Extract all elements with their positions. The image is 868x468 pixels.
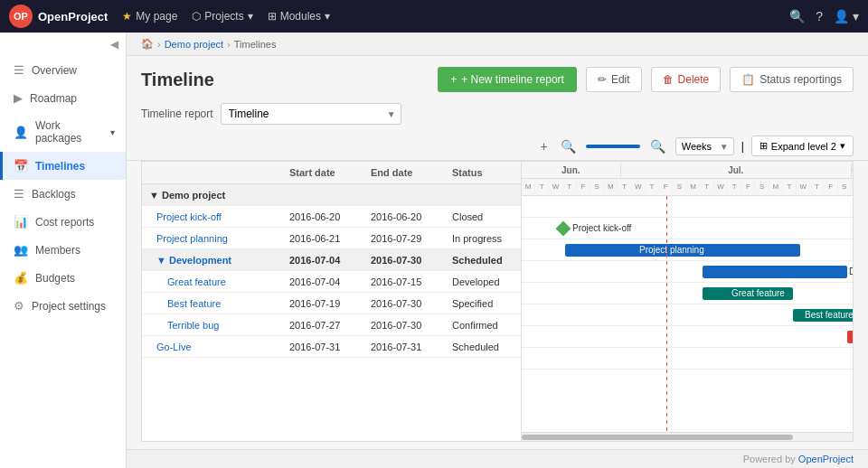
sidebar-item-cost-reports[interactable]: 📊 Cost reports: [0, 208, 126, 236]
row-name-terrible-bug[interactable]: Terrible bug: [142, 318, 286, 332]
edit-label: Edit: [611, 73, 630, 86]
bar-label-planning: Project planning: [639, 245, 704, 255]
sidebar-item-project-settings[interactable]: ⚙ Project settings: [0, 292, 126, 320]
delete-button[interactable]: 🗑 Delete: [651, 67, 722, 92]
app-footer: Powered by OpenProject: [127, 449, 868, 468]
sidebar-item-backlogs[interactable]: ☰ Backlogs: [0, 180, 126, 208]
footer-link[interactable]: OpenProject: [798, 454, 854, 464]
projects-chevron-icon: ▾: [248, 10, 253, 23]
breadcrumb: 🏠 › Demo project › Timelines: [127, 33, 868, 56]
month-jun: Jun.: [522, 164, 621, 177]
row-name-great-feature[interactable]: Great feature: [142, 275, 286, 289]
modules-icon: ⊞: [268, 10, 277, 23]
sidebar-collapse-button[interactable]: ◀: [0, 33, 126, 56]
user-icon[interactable]: 👤 ▾: [834, 9, 859, 23]
row-name-best-feature[interactable]: Best feature: [142, 296, 286, 311]
nav-modules-label: Modules: [280, 10, 321, 23]
row-start-great-feature: 2016-07-04: [286, 275, 367, 289]
work-packages-chevron-icon: ▾: [110, 127, 115, 137]
logo[interactable]: OP OpenProject: [9, 5, 108, 28]
zoom-out-icon[interactable]: 🔍: [558, 136, 579, 156]
sidebar-item-overview[interactable]: ☰ Overview: [0, 56, 126, 84]
row-end-demo-project: [367, 193, 448, 197]
sidebar-item-work-packages[interactable]: 👤 Work packages ▾: [0, 112, 126, 152]
top-navigation: OP OpenProject ★ My page ⬡ Projects ▾ ⊞ …: [0, 0, 868, 33]
zoom-slider[interactable]: [586, 145, 640, 148]
sidebar-item-roadmap[interactable]: ▶ Roadmap: [0, 84, 126, 112]
nav-projects[interactable]: ⬡ Projects ▾: [192, 10, 252, 23]
work-packages-icon: 👤: [14, 126, 28, 139]
week-cell: S: [838, 181, 852, 192]
nav-my-page-label: My page: [136, 10, 177, 23]
row-name-demo-project[interactable]: ▼ Demo project: [142, 188, 286, 202]
breadcrumb-sep-1: ›: [157, 39, 161, 50]
sidebar-item-budgets-label: Budgets: [35, 272, 75, 285]
row-end-terrible-bug: 2016-07-30: [367, 318, 448, 332]
backlogs-icon: ☰: [14, 187, 24, 201]
week-cell: W: [797, 181, 810, 192]
sidebar-item-timelines-label: Timelines: [35, 160, 85, 173]
cost-reports-icon: 📊: [14, 215, 28, 229]
timeline-report-label: Timeline report: [141, 108, 213, 120]
timeline-report-select[interactable]: Timeline: [221, 103, 401, 125]
sidebar-item-budgets[interactable]: 💰 Budgets: [0, 264, 126, 292]
nav-my-page[interactable]: ★ My page: [122, 10, 177, 23]
breadcrumb-sep-2: ›: [227, 39, 231, 50]
gantt-chart-rows: Project kick-off Project planning Develo…: [522, 196, 853, 432]
trash-icon: 🗑: [663, 73, 674, 86]
gantt-wrapper: Start date End date Status ▼ Demo projec…: [141, 161, 854, 442]
sidebar-item-members[interactable]: 👥 Members: [0, 236, 126, 264]
new-timeline-report-label: + New timeline report: [461, 73, 564, 86]
week-cell: M: [522, 181, 535, 192]
modules-chevron-icon: ▾: [325, 10, 330, 23]
week-cell: W: [714, 181, 728, 192]
task-bar-terrible-bug[interactable]: [847, 331, 853, 343]
row-name-go-live[interactable]: Go-Live: [142, 340, 286, 354]
row-name-development[interactable]: ▼ Development: [142, 253, 286, 267]
week-cell: F: [659, 181, 673, 192]
logo-text: OpenProject: [38, 10, 108, 23]
timeline-report-row: Timeline report Timeline: [127, 99, 868, 132]
sidebar-item-cost-reports-label: Cost reports: [35, 216, 94, 229]
week-cell: W: [549, 181, 562, 192]
week-cell: T: [646, 181, 659, 192]
edit-button[interactable]: ✏ Edit: [586, 67, 642, 92]
project-settings-icon: ⚙: [14, 299, 24, 313]
home-icon[interactable]: 🏠: [141, 38, 154, 50]
help-icon[interactable]: ?: [816, 9, 823, 23]
sidebar: ◀ ☰ Overview ▶ Roadmap 👤 Work packages ▾…: [0, 33, 127, 468]
table-row: ▼ Development 2016-07-04 2016-07-30 Sche…: [142, 249, 521, 271]
row-start-demo-project: [286, 193, 367, 197]
expand-icon: ⊞: [760, 140, 768, 152]
new-timeline-report-button[interactable]: + + New timeline report: [438, 67, 577, 92]
task-bar-development[interactable]: [703, 266, 847, 278]
row-start-terrible-bug: 2016-07-27: [286, 318, 367, 332]
row-start-kick-off: 2016-06-20: [286, 210, 367, 224]
gantt-scrollbar[interactable]: [522, 432, 853, 441]
timeline-report-select-wrapper: Timeline: [221, 103, 401, 125]
projects-icon: ⬡: [192, 10, 201, 23]
status-reportings-button[interactable]: 📋 Status reportings: [730, 67, 854, 92]
gantt-body: Project kick-off Project planning Develo…: [522, 196, 853, 432]
expand-level-button[interactable]: ⊞ Expand level 2 ▾: [751, 136, 854, 156]
row-name-planning[interactable]: Project planning: [142, 231, 286, 246]
toolbar: + 🔍 🔍 Weeks Days Months | ⊞ Expand level…: [127, 132, 868, 161]
week-cell: M: [686, 181, 700, 192]
main-content: 🏠 › Demo project › Timelines Timeline + …: [127, 33, 868, 468]
row-status-go-live: Scheduled: [448, 340, 521, 354]
plus-icon: +: [450, 73, 457, 86]
row-name-kick-off[interactable]: Project kick-off: [142, 210, 286, 224]
gantt-scrollbar-thumb[interactable]: [522, 435, 793, 440]
row-status-great-feature: Developed: [448, 275, 521, 289]
breadcrumb-project[interactable]: Demo project: [165, 39, 223, 50]
bar-label-development: Development: [849, 267, 853, 276]
sidebar-item-timelines[interactable]: 📅 Timelines: [0, 152, 126, 180]
search-icon[interactable]: 🔍: [789, 9, 805, 23]
zoom-in-icon[interactable]: +: [538, 136, 551, 156]
week-cell: S: [673, 181, 686, 192]
edit-icon: ✏: [598, 73, 607, 86]
nav-modules[interactable]: ⊞ Modules ▾: [268, 10, 330, 23]
zoom-fit-icon[interactable]: 🔍: [647, 136, 668, 156]
table-row: Best feature 2016-07-19 2016-07-30 Speci…: [142, 293, 521, 314]
zoom-select[interactable]: Weeks Days Months: [675, 137, 734, 155]
